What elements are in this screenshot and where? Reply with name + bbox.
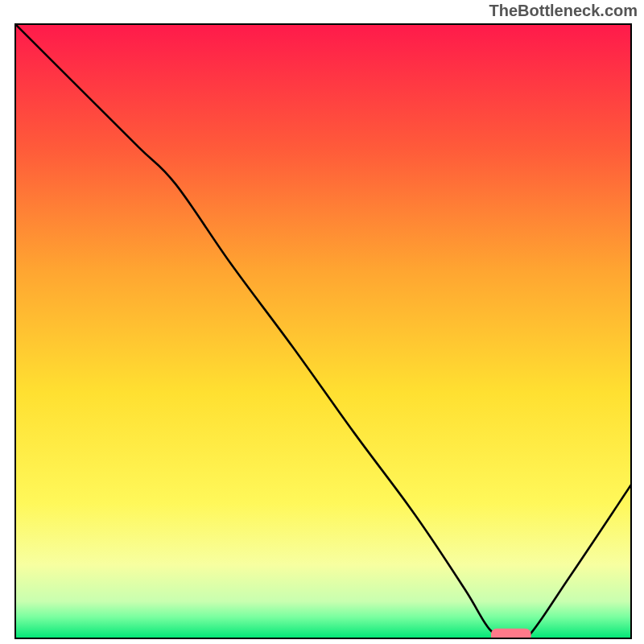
optimum-marker	[491, 629, 531, 642]
plot-area	[15, 24, 631, 644]
bottleneck-chart	[0, 0, 644, 644]
chart-container: TheBottleneck.com	[0, 0, 644, 644]
